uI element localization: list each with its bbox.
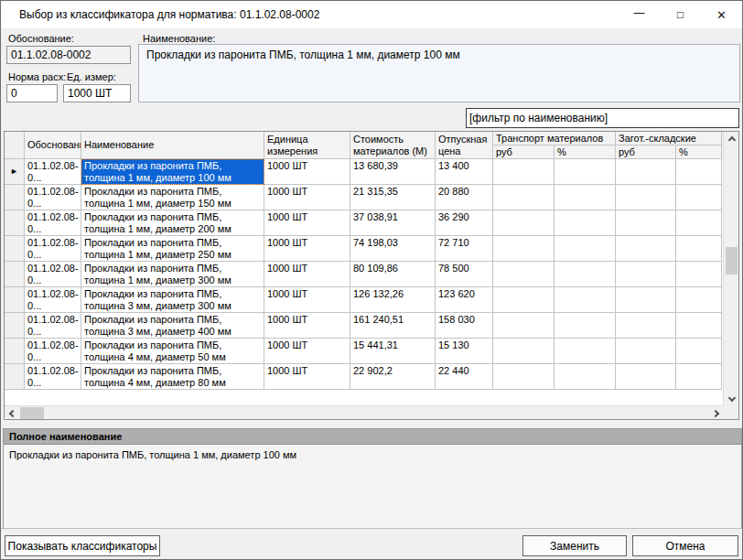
cell-warehouse-rub[interactable]: [616, 287, 676, 313]
cell-transport-rub[interactable]: [493, 236, 555, 262]
table-row[interactable]: 01.1.02.08-0...Прокладки из паронита ПМБ…: [5, 236, 723, 262]
cell-warehouse-pct[interactable]: [676, 287, 722, 313]
cell-code[interactable]: 01.1.02.08-0...: [25, 262, 81, 287]
cell-code[interactable]: 01.1.02.08-0...: [25, 236, 81, 262]
show-classifiers-button[interactable]: Показывать классификаторы: [5, 535, 160, 556]
cell-price[interactable]: 15 130: [436, 339, 493, 364]
cell-cost[interactable]: 37 038,91: [350, 210, 436, 236]
cell-unit[interactable]: 1000 ШТ: [264, 313, 350, 339]
cell-warehouse-rub[interactable]: [616, 236, 676, 262]
column-header-unit[interactable]: Единица измерения: [264, 132, 350, 159]
column-header-warehouse-pct[interactable]: %: [676, 145, 722, 159]
cell-cost[interactable]: 74 198,03: [350, 236, 436, 262]
scroll-right-button[interactable]: [707, 406, 723, 420]
cell-cost[interactable]: 126 132,26: [350, 287, 436, 313]
cell-transport-pct[interactable]: [555, 339, 616, 364]
cell-transport-pct[interactable]: [555, 313, 616, 339]
cell-price[interactable]: 22 440: [436, 364, 493, 390]
scroll-up-button[interactable]: [724, 132, 739, 147]
replace-button[interactable]: Заменить: [522, 535, 627, 556]
table-row[interactable]: 01.1.02.08-0...Прокладки из паронита ПМБ…: [5, 364, 723, 390]
cell-unit[interactable]: 1000 ШТ: [264, 262, 350, 287]
table-row[interactable]: 01.1.02.08-0...Прокладки из паронита ПМБ…: [5, 185, 723, 210]
column-header-warehouse-group[interactable]: Загот.-складские: [616, 132, 722, 145]
cell-transport-rub[interactable]: [493, 185, 555, 210]
cell-warehouse-rub[interactable]: [616, 262, 676, 287]
vertical-scrollbar-thumb[interactable]: [726, 247, 738, 275]
table-row[interactable]: 01.1.02.08-0...Прокладки из паронита ПМБ…: [5, 262, 723, 287]
horizontal-scrollbar-thumb[interactable]: [20, 407, 44, 419]
column-header-code[interactable]: Обоснование: [25, 132, 81, 159]
cell-transport-rub[interactable]: [493, 339, 555, 364]
cell-code[interactable]: 01.1.02.08-0...: [25, 185, 81, 210]
column-header-transport-pct[interactable]: %: [555, 145, 616, 159]
vertical-scrollbar[interactable]: [723, 132, 738, 405]
cell-unit[interactable]: 1000 ШТ: [264, 236, 350, 262]
table-row[interactable]: ►01.1.02.08-0...Прокладки из паронита ПМ…: [5, 159, 723, 185]
cell-name[interactable]: Прокладки из паронита ПМБ, толщина 4 мм,…: [81, 364, 264, 390]
column-header-transport-group[interactable]: Транспорт материалов: [493, 132, 616, 145]
cell-price[interactable]: 72 710: [436, 236, 493, 262]
cell-name[interactable]: Прокладки из паронита ПМБ, толщина 1 мм,…: [81, 262, 264, 287]
cell-transport-pct[interactable]: [555, 364, 616, 390]
cell-transport-pct[interactable]: [555, 159, 616, 185]
cell-cost[interactable]: 13 680,39: [350, 159, 436, 185]
cell-code[interactable]: 01.1.02.08-0...: [25, 339, 81, 364]
cell-warehouse-rub[interactable]: [616, 210, 676, 236]
cell-code[interactable]: 01.1.02.08-0...: [25, 287, 81, 313]
cell-warehouse-pct[interactable]: [676, 210, 722, 236]
cell-price[interactable]: 36 290: [436, 210, 493, 236]
cell-unit[interactable]: 1000 ШТ: [264, 364, 350, 390]
name-field[interactable]: Прокладки из паронита ПМБ, толщина 1 мм,…: [138, 44, 740, 102]
cell-cost[interactable]: 80 109,86: [350, 262, 436, 287]
cell-name[interactable]: Прокладки из паронита ПМБ, толщина 1 мм,…: [81, 236, 264, 262]
cell-warehouse-rub[interactable]: [616, 313, 676, 339]
scroll-down-button[interactable]: [724, 390, 739, 405]
cell-price[interactable]: 13 400: [436, 159, 493, 185]
cell-code[interactable]: 01.1.02.08-0...: [25, 210, 81, 236]
table-row[interactable]: 01.1.02.08-0...Прокладки из паронита ПМБ…: [5, 339, 723, 364]
cell-transport-pct[interactable]: [555, 287, 616, 313]
cell-transport-rub[interactable]: [493, 210, 555, 236]
cell-warehouse-pct[interactable]: [676, 364, 722, 390]
cell-code[interactable]: 01.1.02.08-0...: [25, 364, 81, 390]
cell-transport-pct[interactable]: [555, 185, 616, 210]
cell-warehouse-pct[interactable]: [676, 262, 722, 287]
minimize-button[interactable]: —: [619, 1, 660, 28]
column-header-warehouse-rub[interactable]: руб: [616, 145, 676, 159]
cell-transport-pct[interactable]: [555, 262, 616, 287]
cell-warehouse-rub[interactable]: [616, 364, 676, 390]
cell-name[interactable]: Прокладки из паронита ПМБ, толщина 4 мм,…: [81, 339, 264, 364]
scroll-left-button[interactable]: [5, 406, 20, 420]
cell-price[interactable]: 20 880: [436, 185, 493, 210]
cell-name[interactable]: Прокладки из паронита ПМБ, толщина 1 мм,…: [81, 159, 264, 185]
cell-name[interactable]: Прокладки из паронита ПМБ, толщина 1 мм,…: [81, 210, 264, 236]
column-header-name[interactable]: Наименование: [81, 132, 264, 159]
unit-field[interactable]: [63, 84, 131, 102]
column-header-transport-rub[interactable]: руб: [493, 145, 555, 159]
cell-warehouse-pct[interactable]: [676, 185, 722, 210]
cell-transport-rub[interactable]: [493, 364, 555, 390]
cell-transport-rub[interactable]: [493, 262, 555, 287]
rate-field[interactable]: [6, 84, 58, 102]
cell-transport-rub[interactable]: [493, 287, 555, 313]
table-row[interactable]: 01.1.02.08-0...Прокладки из паронита ПМБ…: [5, 287, 723, 313]
cell-cost[interactable]: 21 315,35: [350, 185, 436, 210]
maximize-button[interactable]: □: [660, 1, 701, 28]
cell-transport-pct[interactable]: [555, 236, 616, 262]
cell-name[interactable]: Прокладки из паронита ПМБ, толщина 1 мм,…: [81, 185, 264, 210]
cell-code[interactable]: 01.1.02.08-0...: [25, 159, 81, 185]
cell-warehouse-rub[interactable]: [616, 339, 676, 364]
cell-warehouse-rub[interactable]: [616, 159, 676, 185]
cell-unit[interactable]: 1000 ШТ: [264, 287, 350, 313]
cell-warehouse-pct[interactable]: [676, 313, 722, 339]
cell-name[interactable]: Прокладки из паронита ПМБ, толщина 3 мм,…: [81, 287, 264, 313]
cell-price[interactable]: 123 620: [436, 287, 493, 313]
cancel-button[interactable]: Отмена: [632, 535, 738, 556]
justification-field[interactable]: [6, 46, 131, 64]
column-header-cost[interactable]: Стоимость материалов (М): [350, 132, 436, 159]
cell-name[interactable]: Прокладки из паронита ПМБ, толщина 3 мм,…: [81, 313, 264, 339]
horizontal-scrollbar[interactable]: [5, 405, 723, 419]
cell-unit[interactable]: 1000 ШТ: [264, 159, 350, 185]
cell-transport-pct[interactable]: [555, 210, 616, 236]
